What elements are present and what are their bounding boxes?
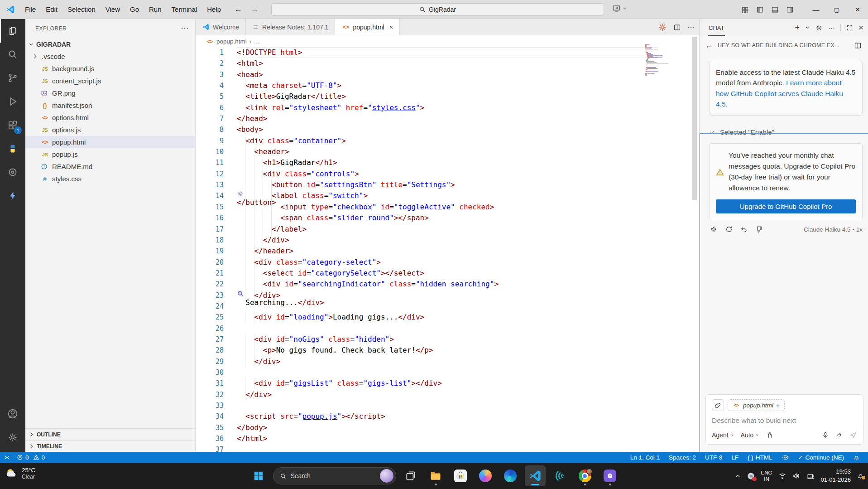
- menu-help[interactable]: Help: [202, 0, 226, 19]
- file-background.js[interactable]: JSbackground.js: [25, 63, 195, 75]
- minimap[interactable]: [645, 44, 688, 77]
- upgrade-button[interactable]: Upgrade to GitHub Copilot Pro: [716, 199, 856, 213]
- mode-picker[interactable]: Agent: [712, 431, 734, 439]
- eol[interactable]: LF: [731, 454, 739, 461]
- model-picker[interactable]: Auto: [741, 431, 760, 439]
- activity-manage[interactable]: [0, 426, 25, 449]
- weather-widget[interactable]: 25°C Clear: [5, 466, 35, 480]
- taskbar-chrome[interactable]: [575, 465, 595, 486]
- mic-icon[interactable]: [822, 431, 829, 439]
- tools-icon[interactable]: [766, 431, 773, 439]
- activity-accounts[interactable]: [0, 402, 25, 426]
- nav-back-icon[interactable]: ←: [234, 5, 242, 14]
- clock[interactable]: 19:53 01-01-2026: [821, 468, 851, 484]
- editor-group[interactable]: Welcome Release Notes: 1.107.1 <>popup.h…: [196, 19, 699, 452]
- model-label[interactable]: Claude Haiku 4.5 • 1x: [804, 226, 863, 233]
- taskbar-file-explorer[interactable]: [425, 465, 446, 486]
- chat-input[interactable]: <> popup.html + Describe what to build n…: [705, 394, 863, 445]
- close-chat-icon[interactable]: ×: [858, 23, 863, 33]
- tray-chevron-up-icon[interactable]: [735, 473, 741, 479]
- activity-run-debug[interactable]: [0, 90, 25, 113]
- chat-input-placeholder[interactable]: Describe what to build next: [712, 416, 857, 425]
- tab-Welcome[interactable]: Welcome: [196, 19, 246, 35]
- chat-tab[interactable]: CHAT: [708, 20, 725, 36]
- thumbs-down-icon[interactable]: [755, 225, 763, 233]
- taskbar-vscode[interactable]: [525, 465, 546, 486]
- menu-terminal[interactable]: Terminal: [167, 0, 202, 19]
- menu-selection[interactable]: Selection: [62, 0, 101, 19]
- file-popup.html[interactable]: <>popup.html: [25, 136, 195, 148]
- open-session-columns-icon[interactable]: [854, 42, 862, 49]
- back-icon[interactable]: ←: [705, 41, 713, 50]
- close-button[interactable]: ×: [847, 0, 868, 19]
- activity-extensions[interactable]: 1: [0, 113, 25, 137]
- explorer-more-icon[interactable]: ···: [181, 24, 189, 33]
- taskbar-microsoft-store[interactable]: [450, 465, 471, 486]
- file-options.js[interactable]: JSoptions.js: [25, 124, 195, 136]
- maximize-button[interactable]: ▢: [826, 0, 847, 19]
- chevron-down-icon[interactable]: [805, 25, 810, 30]
- chat-session-title[interactable]: HEY SO WE ARE BUILDING A CHROME EX...: [718, 42, 849, 48]
- copilot-icon[interactable]: [782, 454, 789, 461]
- continue-extension[interactable]: ✓Continue (NE): [798, 454, 844, 461]
- expand-chat-icon[interactable]: [846, 24, 853, 31]
- toggle-panel-icon[interactable]: [771, 6, 779, 14]
- context-chip[interactable]: <> popup.html +: [728, 399, 785, 411]
- activity-explorer[interactable]: [0, 19, 25, 43]
- minimize-button[interactable]: —: [806, 0, 826, 19]
- editor-more-icon[interactable]: ···: [687, 23, 695, 31]
- retry-icon[interactable]: [725, 225, 733, 233]
- indentation[interactable]: Spaces: 2: [669, 454, 696, 461]
- new-chat-icon[interactable]: +: [795, 23, 800, 33]
- breadcrumb[interactable]: <> popup.html › ...: [196, 35, 699, 47]
- encoding[interactable]: UTF-8: [705, 454, 722, 461]
- battery-icon[interactable]: [806, 472, 815, 480]
- split-editor-icon[interactable]: [673, 24, 681, 31]
- taskbar-search[interactable]: Search: [273, 467, 396, 484]
- menu-view[interactable]: View: [101, 0, 125, 19]
- menu-edit[interactable]: Edit: [41, 0, 62, 19]
- activity-source-control[interactable]: [0, 66, 25, 90]
- activity-python[interactable]: [0, 137, 25, 160]
- tray-app-icon[interactable]: [747, 472, 755, 480]
- file-GR.png[interactable]: GR.png: [25, 87, 195, 99]
- problems-indicator[interactable]: 0 0: [17, 454, 45, 461]
- file-README.md[interactable]: README.md: [25, 160, 195, 173]
- file-content_script.js[interactable]: JScontent_script.js: [25, 75, 195, 87]
- section-timeline[interactable]: TIMELINE: [25, 440, 195, 452]
- volume-icon[interactable]: [792, 472, 801, 480]
- activity-extension-circle[interactable]: [0, 160, 25, 184]
- claude-starburst-icon[interactable]: [658, 23, 667, 32]
- remote-indicator-icon[interactable]: [4, 454, 10, 461]
- read-aloud-icon[interactable]: [710, 225, 718, 233]
- forward-arrow-icon[interactable]: [835, 431, 843, 439]
- wifi-icon[interactable]: [778, 472, 786, 480]
- activity-search[interactable]: [0, 43, 25, 66]
- customize-layout-icon[interactable]: [741, 6, 749, 14]
- taskbar-audio-waves-app[interactable]: [550, 465, 571, 486]
- run-task-dropdown[interactable]: [612, 4, 627, 13]
- start-button[interactable]: [248, 465, 269, 486]
- taskbar-copilot[interactable]: [475, 465, 496, 486]
- menu-run[interactable]: Run: [144, 0, 167, 19]
- taskbar-ghost-app[interactable]: [599, 465, 620, 486]
- language-indicator[interactable]: ENG IN: [761, 470, 772, 483]
- file-.vscode[interactable]: .vscode: [25, 50, 195, 63]
- command-center-search[interactable]: GigRadar: [271, 3, 604, 16]
- undo-icon[interactable]: [740, 225, 748, 233]
- file-manifest.json[interactable]: {}manifest.json: [25, 99, 195, 111]
- taskbar-edge[interactable]: [500, 465, 521, 486]
- menu-go[interactable]: Go: [125, 0, 144, 19]
- attach-context-button[interactable]: [712, 399, 724, 411]
- activity-thunder-client[interactable]: [0, 184, 25, 208]
- toggle-secondary-sidebar-icon[interactable]: [786, 6, 794, 14]
- editor-scrollbar[interactable]: [692, 37, 697, 200]
- chat-more-icon[interactable]: ···: [828, 24, 835, 32]
- tab-popup.html[interactable]: <>popup.html×: [335, 19, 400, 35]
- nav-forward-icon[interactable]: →: [250, 5, 259, 14]
- workspace-root[interactable]: GIGRADAR: [25, 38, 195, 50]
- cursor-position[interactable]: Ln 1, Col 1: [630, 454, 660, 461]
- menu-file[interactable]: File: [20, 0, 41, 19]
- tab-Release Notes: 1.107.1[interactable]: Release Notes: 1.107.1: [246, 19, 335, 35]
- notifications-bell-icon[interactable]: [853, 454, 860, 461]
